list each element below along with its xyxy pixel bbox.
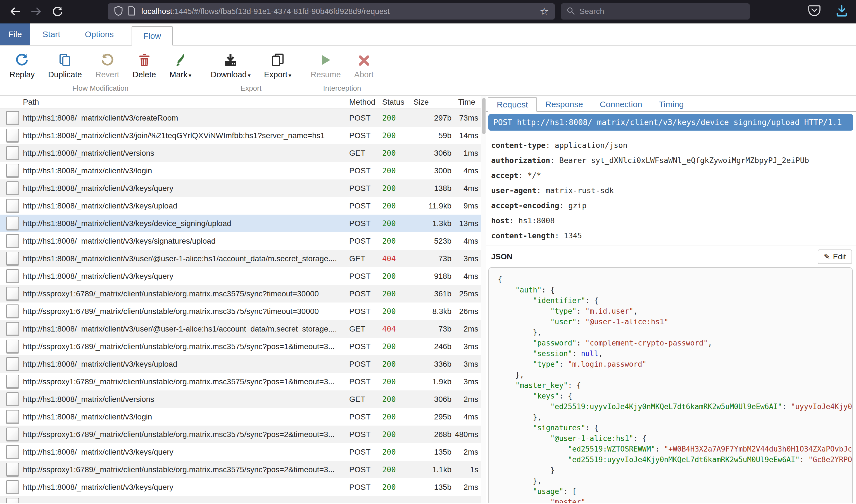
column-header-method[interactable]: Method (349, 98, 382, 107)
flow-row[interactable]: http://hs1:8008/_matrix/client/v3/keys/q… (0, 179, 481, 197)
flow-row[interactable]: http://ssproxy1:6789/_matrix/client/unst… (0, 426, 481, 443)
column-header-path[interactable]: Path (23, 98, 349, 107)
flow-method: POST (349, 412, 382, 421)
menu-tab-options[interactable]: Options (73, 23, 126, 45)
flow-list-scrollbar[interactable] (481, 96, 486, 503)
json-key: "keys" (533, 392, 559, 400)
detail-tab-connection[interactable]: Connection (592, 97, 651, 111)
flow-time: 2ms (451, 483, 481, 492)
detail-tab-response[interactable]: Response (537, 97, 592, 111)
column-header-size[interactable]: Size (410, 98, 451, 107)
browser-nav (0, 3, 66, 20)
flow-file-icon (6, 410, 19, 424)
flow-row[interactable]: http://hs1:8008/_matrix/client/v3/loginP… (0, 408, 481, 426)
flow-row[interactable]: http://hs1:8008/_matrix/client/v3/keys/q… (0, 267, 481, 285)
download-button[interactable]: Download▾ (204, 49, 257, 82)
edit-button[interactable]: ✎Edit (818, 250, 852, 264)
json-line: "user": "@user-1-alice:hs1" (498, 317, 852, 327)
menu-tab-start[interactable]: Start (30, 23, 72, 45)
flow-row[interactable]: http://ssproxy1:6789/_matrix/client/unst… (0, 338, 481, 355)
flow-size: 306b (410, 149, 451, 158)
page-info-icon[interactable] (128, 6, 135, 17)
export-icon (271, 51, 285, 67)
flow-row[interactable]: http://hs1:8008/_matrix/client/v3/create… (0, 109, 481, 127)
column-header-status[interactable]: Status (382, 98, 410, 107)
flow-table-header[interactable]: Path Method Status Size Time (0, 96, 481, 109)
scrollbar-thumb[interactable] (482, 98, 485, 134)
flow-file-icon (6, 375, 19, 389)
export-button-label: Export▾ (264, 70, 291, 79)
revert-button[interactable]: Revert (89, 49, 126, 82)
flow-row[interactable]: http://hs1:8008/_matrix/client/versionsG… (0, 391, 481, 408)
flow-file-icon (6, 340, 19, 354)
flow-row[interactable]: http://ssproxy1:6789/_matrix/client/unst… (0, 373, 481, 391)
forward-icon[interactable] (28, 3, 45, 20)
flow-time: 4ms (451, 166, 481, 175)
flow-row[interactable]: http://hs1:8008/_matrix/client/v3/join/%… (0, 127, 481, 144)
flow-path: http://hs1:8008/_matrix/client/versions (23, 395, 349, 404)
mark-button[interactable]: Mark▾ (162, 49, 198, 82)
url-bar[interactable]: localhost:1445/#/flows/fba5f13d-91e1-437… (108, 3, 555, 20)
column-header-time[interactable]: Time (451, 98, 481, 107)
downloads-icon[interactable] (835, 4, 848, 18)
header-line: accept-encoding: gzip (491, 201, 856, 210)
flow-row[interactable]: http://hs1:8008/_matrix/client/versionsG… (0, 144, 481, 162)
flow-file-icon (6, 287, 19, 301)
flow-row[interactable]: http://hs1:8008/_matrix/client/v3/keys/u… (0, 197, 481, 215)
flow-path: http://ssproxy1:6789/_matrix/client/unst… (23, 307, 349, 316)
flow-file-icon (6, 428, 19, 442)
abort-button[interactable]: Abort (347, 49, 380, 82)
json-punct (498, 318, 550, 326)
detail-tab-timing[interactable]: Timing (651, 97, 692, 111)
flow-status: 200 (382, 465, 410, 474)
shield-icon[interactable] (114, 6, 123, 17)
flow-row[interactable]: http://hs1:8008/_matrix/client/v3/user/@… (0, 320, 481, 338)
flow-row[interactable]: http://hs1:8008/_matrix/client/v3/keys/q… (0, 443, 481, 461)
flow-file-icon (6, 445, 19, 459)
detail-tab-request[interactable]: Request (488, 97, 537, 112)
url-host: localhost (141, 7, 172, 16)
search-bar[interactable]: Search (561, 3, 750, 20)
flow-method: POST (349, 219, 382, 228)
json-line: "session": null, (498, 348, 852, 359)
main-content: Path Method Status Size Time http://hs1:… (0, 96, 856, 503)
flow-size: 361b (410, 289, 451, 298)
json-punct (498, 339, 533, 347)
flow-path: http://hs1:8008/_matrix/client/v3/keys/u… (23, 360, 349, 368)
flow-method: POST (349, 237, 382, 246)
menu-tab-file[interactable]: File (0, 23, 30, 45)
flow-row[interactable]: http://hs1:8008/_matrix/client/v3/keys/s… (0, 232, 481, 250)
menu-tab-flow[interactable]: Flow (132, 26, 173, 46)
flow-method: POST (349, 113, 382, 123)
flow-row[interactable] (0, 496, 481, 503)
flow-row[interactable]: http://hs1:8008/_matrix/client/v3/user/@… (0, 250, 481, 267)
resume-button[interactable]: Resume (304, 49, 347, 82)
json-punct: : (655, 445, 664, 453)
json-line: "@user-1-alice:hs1": { (498, 433, 852, 444)
json-body-view[interactable]: { "auth": { "identifier": { "type": "m.i… (489, 267, 853, 503)
delete-button[interactable]: Delete (126, 49, 163, 82)
json-punct: , (598, 349, 603, 358)
url-text[interactable]: localhost:1445/#/flows/fba5f13d-91e1-437… (141, 7, 536, 16)
replay-button[interactable]: Replay (3, 49, 41, 82)
duplicate-button[interactable]: Duplicate (41, 49, 89, 82)
flow-row[interactable]: http://ssproxy1:6789/_matrix/client/unst… (0, 461, 481, 478)
flow-status: 200 (382, 184, 410, 193)
back-icon[interactable] (7, 3, 23, 20)
flow-size: 523b (410, 237, 451, 246)
flow-row[interactable]: http://hs1:8008/_matrix/client/v3/keys/d… (0, 215, 481, 232)
json-line: "master" (498, 497, 852, 503)
flow-row[interactable]: http://hs1:8008/_matrix/client/v3/keys/u… (0, 355, 481, 373)
pocket-icon[interactable] (808, 5, 821, 18)
request-line[interactable]: POST http://hs1:8008/_matrix/client/v3/k… (489, 114, 853, 131)
bookmark-star-icon[interactable]: ☆ (540, 5, 549, 17)
flow-row[interactable]: http://ssproxy1:6789/_matrix/client/unst… (0, 303, 481, 320)
flow-time: 3ms (451, 377, 481, 386)
flow-row[interactable]: http://hs1:8008/_matrix/client/v3/loginP… (0, 162, 481, 179)
json-line: "ed25519:WZTOSREWWM": "+W0B4H3X2a7A9F7Ym… (498, 444, 852, 454)
flow-row[interactable]: http://ssproxy1:6789/_matrix/client/unst… (0, 285, 481, 303)
export-button[interactable]: Export▾ (257, 49, 298, 82)
flow-row[interactable]: http://hs1:8008/_matrix/client/v3/keys/q… (0, 478, 481, 496)
header-name: authorization (491, 156, 550, 165)
reload-icon[interactable] (49, 3, 66, 20)
